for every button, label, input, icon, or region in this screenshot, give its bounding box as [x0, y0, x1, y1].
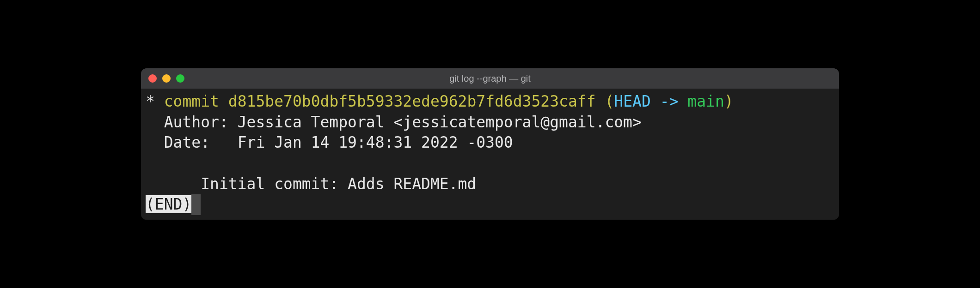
commit-hash: d815be70b0dbf5b59332ede962b7fd6d3523caff — [228, 92, 596, 110]
terminal-window: git log --graph — git * commit d815be70b… — [141, 68, 839, 219]
minimize-icon[interactable] — [162, 74, 171, 83]
traffic-lights — [148, 74, 184, 83]
close-icon[interactable] — [148, 74, 157, 83]
ref-paren-open: ( — [605, 92, 614, 110]
branch-name: main — [687, 92, 724, 110]
ref-arrow: -> — [651, 92, 687, 110]
pager-end-marker: (END) — [146, 195, 191, 213]
ref-paren-close: ) — [724, 92, 734, 110]
date-line: Date: Fri Jan 14 19:48:31 2022 -0300 — [146, 133, 513, 151]
terminal-body[interactable]: * commit d815be70b0dbf5b59332ede962b7fd6… — [141, 89, 839, 219]
author-line: Author: Jessica Temporal <jessicatempora… — [146, 113, 642, 131]
commit-message: Initial commit: Adds README.md — [146, 175, 476, 193]
title-bar: git log --graph — git — [141, 68, 839, 89]
commit-label: commit — [164, 92, 219, 110]
maximize-icon[interactable] — [176, 74, 184, 83]
cursor — [191, 194, 201, 215]
window-title: git log --graph — git — [449, 73, 531, 84]
head-ref: HEAD — [614, 92, 650, 110]
graph-marker: * — [146, 92, 155, 110]
